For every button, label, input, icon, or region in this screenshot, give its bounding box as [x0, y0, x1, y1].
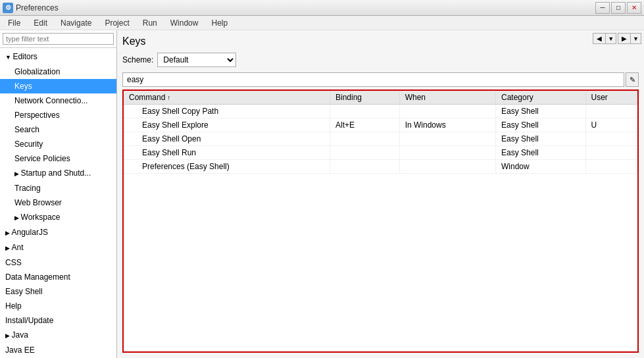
- keys-panel: Keys Scheme: Default Emacs Mac OS X ✎: [117, 30, 644, 358]
- table-row[interactable]: Easy Shell Run Easy Shell: [124, 146, 637, 160]
- sidebar-item-ant[interactable]: Ant: [0, 240, 116, 255]
- table-row[interactable]: Preferences (Easy Shell) Window: [124, 160, 637, 174]
- cell-user: U: [585, 118, 637, 132]
- sidebar-item-perspectives[interactable]: Perspectives: [0, 108, 116, 122]
- cell-when: [399, 160, 495, 174]
- close-button[interactable]: ✕: [627, 2, 641, 14]
- menu-window[interactable]: Window: [168, 17, 201, 29]
- cell-command: Preferences (Easy Shell): [124, 160, 330, 174]
- scheme-label: Scheme:: [122, 55, 153, 64]
- sidebar-item-keys[interactable]: Keys: [0, 79, 116, 93]
- app-icon: ⚙: [3, 3, 13, 13]
- col-when[interactable]: When: [399, 91, 495, 105]
- sidebar-item-globalization[interactable]: Globalization: [0, 64, 116, 79]
- sidebar-item-workspace[interactable]: Workspace: [0, 210, 116, 225]
- sidebar-item-security[interactable]: Security: [0, 137, 116, 151]
- key-search-input[interactable]: [122, 72, 624, 87]
- sidebar-item-network[interactable]: Network Connectio...: [0, 93, 116, 108]
- back-dropdown-button[interactable]: ▼: [606, 34, 616, 43]
- cell-user: [585, 160, 637, 174]
- table-row[interactable]: Easy Shell Open Easy Shell: [124, 132, 637, 146]
- menu-project[interactable]: Project: [102, 17, 132, 29]
- sidebar-item-help[interactable]: Help: [0, 299, 116, 313]
- minimize-button[interactable]: ─: [595, 2, 610, 14]
- panel-title: Keys: [122, 36, 639, 47]
- cell-binding: [330, 146, 399, 160]
- maximize-button[interactable]: □: [611, 2, 626, 14]
- window-controls: ─ □ ✕: [595, 2, 641, 14]
- cell-when: [399, 105, 495, 118]
- col-binding[interactable]: Binding: [330, 91, 399, 105]
- menu-help[interactable]: Help: [209, 17, 230, 29]
- menu-run[interactable]: Run: [140, 17, 160, 29]
- cell-category: Easy Shell: [496, 132, 586, 146]
- cell-command: Easy Shell Copy Path: [124, 105, 330, 118]
- keys-table-container: Command Binding When Category User Easy …: [122, 90, 639, 353]
- cell-when: [399, 132, 495, 146]
- sidebar-item-startup[interactable]: Startup and Shutd...: [0, 166, 116, 181]
- sidebar-item-css[interactable]: CSS: [0, 255, 116, 270]
- menu-file[interactable]: File: [5, 17, 23, 29]
- cell-user: [585, 146, 637, 160]
- scheme-select[interactable]: Default Emacs Mac OS X: [157, 53, 236, 67]
- sidebar-item-search[interactable]: Search: [0, 122, 116, 137]
- cell-when: In Windows: [399, 118, 495, 132]
- window-title: Preferences: [16, 3, 595, 13]
- sidebar-filter-area: [0, 30, 116, 48]
- back-nav-group: ◀ ▼: [593, 33, 616, 44]
- search-row: ✎: [122, 72, 639, 87]
- forward-nav-group: ▶ ▼: [618, 33, 641, 44]
- cell-category: Window: [496, 160, 586, 174]
- scheme-row: Scheme: Default Emacs Mac OS X: [122, 53, 639, 67]
- menu-bar: File Edit Navigate Project Run Window He…: [0, 16, 644, 30]
- sidebar-item-java[interactable]: Java: [0, 328, 116, 343]
- keys-table: Command Binding When Category User Easy …: [124, 91, 637, 174]
- content-area: ◀ ▼ ▶ ▼ Keys Scheme: Default Emacs Mac O…: [117, 30, 644, 358]
- sidebar-item-service-policies[interactable]: Service Policies: [0, 151, 116, 166]
- cell-binding: [330, 160, 399, 174]
- sidebar-item-install-update[interactable]: Install/Update: [0, 313, 116, 328]
- table-row[interactable]: Easy Shell Copy Path Easy Shell: [124, 105, 637, 118]
- cell-when: [399, 146, 495, 160]
- cell-binding: [330, 132, 399, 146]
- main-container: Editors Globalization Keys Network Conne…: [0, 30, 644, 358]
- sidebar-item-data-management[interactable]: Data Management: [0, 270, 116, 284]
- cell-category: Easy Shell: [496, 146, 586, 160]
- cell-user: [585, 105, 637, 118]
- edit-icon[interactable]: ✎: [626, 72, 639, 87]
- cell-command: Easy Shell Open: [124, 132, 330, 146]
- forward-button[interactable]: ▶: [618, 34, 631, 43]
- sidebar: Editors Globalization Keys Network Conne…: [0, 30, 117, 358]
- sidebar-item-web-browser[interactable]: Web Browser: [0, 195, 116, 210]
- table-row[interactable]: Easy Shell Explore Alt+E In Windows Easy…: [124, 118, 637, 132]
- title-bar: ⚙ Preferences ─ □ ✕: [0, 0, 644, 16]
- cell-binding: [330, 105, 399, 118]
- col-category[interactable]: Category: [496, 91, 586, 105]
- menu-navigate[interactable]: Navigate: [58, 17, 94, 29]
- col-user[interactable]: User: [585, 91, 637, 105]
- sidebar-item-editors[interactable]: Editors: [0, 49, 116, 64]
- filter-input[interactable]: [3, 33, 114, 45]
- content-wrapper: ◀ ▼ ▶ ▼ Keys Scheme: Default Emacs Mac O…: [117, 30, 644, 358]
- col-command[interactable]: Command: [124, 91, 330, 105]
- sidebar-item-angularjs[interactable]: AngularJS: [0, 225, 116, 240]
- table-header-row: Command Binding When Category User: [124, 91, 637, 105]
- cell-command: Easy Shell Explore: [124, 118, 330, 132]
- cell-category: Easy Shell: [496, 118, 586, 132]
- cell-user: [585, 132, 637, 146]
- back-button[interactable]: ◀: [593, 34, 606, 43]
- top-right-nav: ◀ ▼ ▶ ▼: [593, 33, 641, 44]
- sidebar-item-java-ee[interactable]: Java EE: [0, 343, 116, 357]
- cell-binding: Alt+E: [330, 118, 399, 132]
- sidebar-item-tracing[interactable]: Tracing: [0, 181, 116, 195]
- cell-command: Easy Shell Run: [124, 146, 330, 160]
- menu-edit[interactable]: Edit: [31, 17, 50, 29]
- sidebar-item-easy-shell[interactable]: Easy Shell: [0, 284, 116, 299]
- sidebar-tree: Editors Globalization Keys Network Conne…: [0, 48, 116, 358]
- forward-dropdown-button[interactable]: ▼: [631, 34, 641, 43]
- cell-category: Easy Shell: [496, 105, 586, 118]
